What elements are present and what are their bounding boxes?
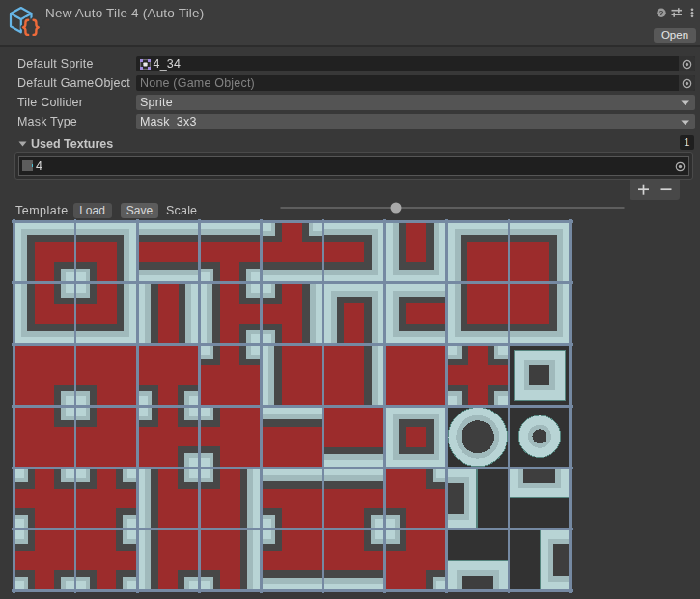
svg-text:?: ? (659, 9, 664, 17)
